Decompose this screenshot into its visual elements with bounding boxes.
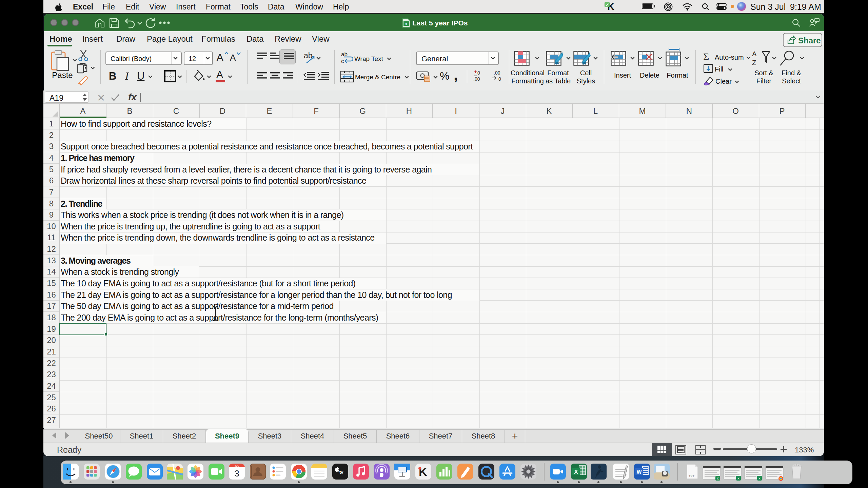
svg-text:0: 0: [477, 70, 480, 76]
svg-text:x: x: [738, 476, 739, 480]
svg-text:tv: tv: [339, 470, 343, 475]
svg-text:.00: .00: [473, 76, 480, 82]
svg-text:TXT: TXT: [689, 474, 695, 478]
svg-text:c: c: [341, 58, 344, 64]
svg-text:x: x: [717, 476, 719, 480]
svg-text:3: 3: [234, 468, 239, 479]
svg-text:A: A: [752, 50, 757, 58]
svg-text:W: W: [636, 469, 642, 475]
svg-text:0: 0: [498, 76, 501, 82]
svg-text:Z: Z: [752, 59, 756, 66]
svg-text:X: X: [574, 469, 578, 475]
svg-text:JUL: JUL: [235, 465, 239, 467]
svg-text:x: x: [759, 476, 761, 480]
svg-text:.00: .00: [494, 70, 500, 76]
svg-text:x: x: [405, 22, 408, 26]
